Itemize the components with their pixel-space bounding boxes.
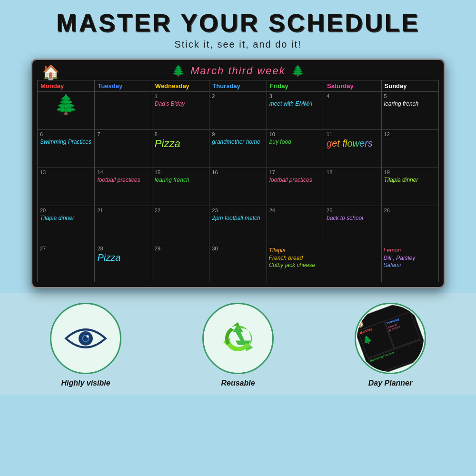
eye-icon: [62, 324, 109, 353]
event-football-1: football practices: [97, 177, 140, 183]
cell-r2-thu: 9 grandmother home: [209, 130, 267, 168]
house-icon: 🏠: [42, 64, 60, 80]
cell-r4-sun: 26: [381, 206, 438, 244]
month-title: March third week: [190, 65, 286, 77]
event-pizza-1: Pizza: [155, 138, 180, 149]
feature-reusable: Reusable: [190, 303, 286, 387]
subtitle: Stick it, see it, and do it!: [5, 39, 471, 50]
event-grandmother: grandmother home: [212, 139, 260, 145]
cell-r2-mon: 6 Swimming Practices: [38, 130, 95, 168]
table-row: 27 28 Pizza 29 30 TilapiaF: [38, 244, 439, 282]
features-section: Highly visible Reusable: [0, 293, 476, 395]
header-tuesday: Tuesday: [95, 80, 152, 92]
cell-r1-sun: 5 learing french: [381, 92, 438, 130]
event-football-2: football practices: [269, 177, 312, 183]
cell-r2-sun: 12: [381, 130, 438, 168]
cell-r4-mon: 20 Tilapia dinner: [38, 206, 95, 244]
cell-r5-wed: 29: [152, 244, 209, 282]
event-learing-french-1: learing french: [384, 100, 419, 107]
cell-r1-wed: 1 Dad's B'day: [152, 92, 209, 130]
cell-r3-fri: 17 football practices: [267, 168, 324, 206]
header-saturday: Saturday: [324, 80, 381, 92]
cell-r3-thu: 16: [209, 168, 267, 206]
header-monday: Monday: [38, 80, 95, 92]
feature-reusable-label: Reusable: [221, 379, 255, 387]
event-meet-emma: meet with EMMA: [269, 100, 313, 107]
recycle-icon: [217, 317, 259, 360]
table-row: 6 Swimming Practices 7 8 Pizza 9 grand: [38, 130, 439, 168]
main-title: MASTER YOUR SCHEDULE: [5, 9, 471, 37]
header-sunday: Sunday: [381, 80, 438, 92]
table-row: 13 14 football practices 15 learing fren…: [38, 168, 439, 206]
calendar-header: 🏠 🌲 March third week 🌲: [37, 65, 439, 77]
cell-r2-sat: 11 get flowers: [324, 130, 381, 168]
event-buy-food: buy food: [269, 139, 291, 145]
cell-r1-sat: 4: [324, 92, 381, 130]
feature-visible: Highly visible: [38, 303, 133, 387]
cell-r4-tue: 21: [95, 206, 152, 244]
cell-r5-tue: 28 Pizza: [95, 244, 152, 282]
event-get-flowers: get flowers: [327, 138, 373, 149]
cell-r3-wed: 15 learing french: [152, 168, 209, 206]
cell-r4-thu: 23 2pm football match: [209, 206, 267, 244]
cell-r3-mon: 13: [38, 168, 95, 206]
event-tilapia-2: Tilapia dinner: [40, 215, 74, 221]
cell-r4-wed: 22: [152, 206, 209, 244]
feature-planner-label: Day Planner: [368, 379, 412, 387]
header-wednesday: Wednesday: [152, 80, 209, 92]
header-friday: Friday: [267, 80, 324, 92]
cell-r4-sat: 25 back to school: [324, 206, 381, 244]
cell-r3-tue: 14 football practices: [95, 168, 152, 206]
svg-point-3: [87, 335, 89, 337]
cell-r5-thu: 30: [209, 244, 267, 282]
event-back-to-school: back to school: [327, 215, 363, 221]
tree-decoration: 🌲: [40, 93, 92, 116]
cell-r5-grocery1: TilapiaFrench breadColby jack cheese: [267, 244, 381, 282]
event-grocery-list-2: LemonDill , ParsleySalami: [384, 247, 436, 269]
event-grocery-list-1: TilapiaFrench breadColby jack cheese: [269, 247, 379, 269]
event-dads-bday: Dad's B'day: [155, 100, 185, 107]
cell-r2-tue: 7: [95, 130, 152, 168]
tree-right-icon: 🌲: [291, 65, 304, 77]
event-pizza-2: Pizza: [97, 252, 120, 263]
visible-icon-wrapper: [50, 303, 121, 374]
feature-planner: 🏠 Monday 🌲 Tuesday footballpractices: [343, 303, 438, 387]
table-row: 🌲 1 Dad's B'day 2 3 meet with EMMA: [38, 92, 439, 130]
cell-r1-tue: [95, 92, 152, 130]
planner-icon-wrapper: 🏠 Monday 🌲 Tuesday footballpractices: [355, 303, 426, 374]
event-swimming: Swimming Practices: [40, 139, 91, 145]
feature-visible-label: Highly visible: [61, 379, 110, 387]
cell-r2-fri: 10 buy food: [267, 130, 324, 168]
cell-r1-fri: 3 meet with EMMA: [267, 92, 324, 130]
cell-r3-sat: 18: [324, 168, 381, 206]
cell-r5-mon: 27: [38, 244, 95, 282]
event-tilapia-1: Tilapia dinner: [384, 177, 418, 183]
header-section: MASTER YOUR SCHEDULE Stick it, see it, a…: [0, 0, 476, 55]
calendar: 🏠 🌲 March third week 🌲 Monday Tuesday We…: [31, 59, 445, 288]
cell-r2-wed: 8 Pizza: [152, 130, 209, 168]
cell-r1-mon: 🌲: [38, 92, 95, 130]
reusable-icon-wrapper: [202, 303, 274, 374]
cell-r4-fri: 24: [267, 206, 324, 244]
event-learing-french-2: learing french: [155, 177, 189, 183]
cell-r1-thu: 2: [209, 92, 267, 130]
tree-left-icon: 🌲: [172, 65, 185, 77]
header-thursday: Thursday: [209, 80, 267, 92]
cell-r3-sun: 19 Tilapia dinner: [381, 168, 438, 206]
table-row: 20 Tilapia dinner 21 22 23 2pm football …: [38, 206, 439, 244]
event-football-match: 2pm football match: [212, 215, 260, 221]
cell-r5-grocery2: LemonDill , ParsleySalami: [381, 244, 438, 282]
calendar-table: Monday Tuesday Wednesday Thursday Friday…: [37, 80, 439, 282]
